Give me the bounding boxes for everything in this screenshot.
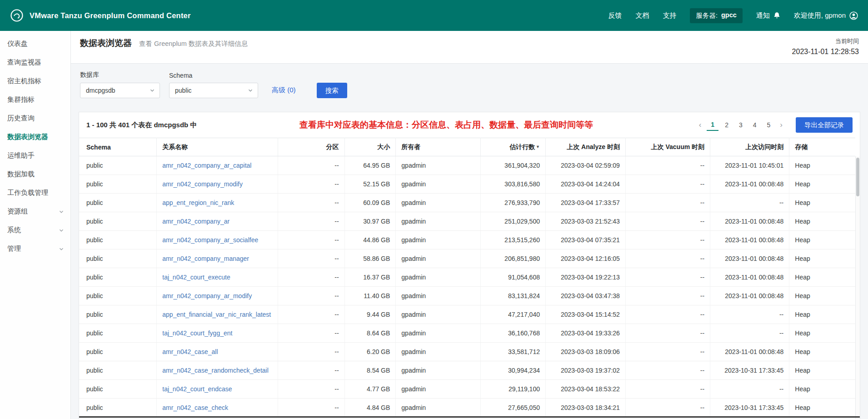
table-name-link[interactable]: amr_n042_case_randomcheck_detail (162, 367, 268, 374)
page-button-3[interactable]: 3 (735, 120, 747, 130)
sidebar-item[interactable]: 宿主机指标 (0, 72, 70, 90)
table-row: publictaj_n042_court_execute--16.37 GBgp… (79, 268, 855, 287)
page-button-2[interactable]: 2 (721, 120, 733, 130)
column-header[interactable]: 估计行数▼ (480, 138, 545, 156)
cell-last_vacuum: -- (625, 268, 710, 287)
cell-last_analyze: 2023-03-04 12:16:05 (545, 249, 625, 268)
cell-owner: gpadmin (396, 175, 480, 194)
sidebar-item[interactable]: 仪表盘 (0, 35, 70, 53)
sidebar-item[interactable]: 集群指标 (0, 90, 70, 109)
server-badge[interactable]: 服务器: gpcc (690, 8, 742, 23)
nav-feedback[interactable]: 反馈 (608, 11, 622, 20)
cell-partition: -- (278, 156, 344, 175)
database-select[interactable]: dmcpgsdb (80, 83, 160, 98)
table-name-link[interactable]: amr_n042_company_ar_modify (162, 292, 252, 299)
bell-icon (773, 12, 780, 19)
column-header[interactable]: 大小 (344, 138, 396, 156)
cell-est_rows: 47,217,040 (480, 305, 545, 324)
table-name-link[interactable]: amr_n042_company_modify (162, 180, 243, 188)
table-name-link[interactable]: amr_n042_case_check (162, 404, 228, 411)
cell-name: taj_n042_court_endcase (157, 380, 278, 399)
sidebar-item[interactable]: 系统 (0, 221, 70, 239)
cell-schema: public (79, 287, 157, 305)
column-header[interactable]: 所有者 (396, 138, 480, 156)
column-header[interactable]: 上次访问时刻 (710, 138, 789, 156)
sidebar-item[interactable]: 管理 (0, 239, 70, 258)
sidebar-item-label: 历史查询 (7, 114, 35, 123)
sidebar-item[interactable]: 运维助手 (0, 146, 70, 165)
page-title: 数据表浏览器 (80, 37, 132, 49)
cell-last_access: 2023-10-31 17:33:45 (710, 399, 789, 417)
column-header[interactable]: 存储 (789, 138, 855, 156)
cell-last_access: -- (710, 194, 789, 212)
table-name-link[interactable]: taj_n042_court_fygg_ent (162, 329, 232, 337)
nav-docs[interactable]: 文档 (635, 11, 649, 20)
notifications-button[interactable]: 通知 (756, 11, 780, 20)
cell-last_vacuum: -- (625, 324, 710, 343)
cell-last_analyze: 2023-03-03 18:34:21 (545, 399, 625, 417)
page-button-4[interactable]: 4 (749, 120, 761, 130)
sidebar-item[interactable]: 工作负载管理 (0, 184, 70, 202)
cell-size: 58.86 GB (344, 249, 396, 268)
table-name-link[interactable]: amr_n042_company_ar (162, 218, 229, 225)
schema-select[interactable]: public (169, 83, 258, 98)
table-row: publicamr_n042_case_randomcheck_detail--… (79, 361, 855, 380)
cell-storage: Heap (789, 380, 855, 399)
cell-owner: gpadmin (396, 343, 480, 361)
cell-last_vacuum: -- (625, 212, 710, 231)
cell-size: 64.95 GB (344, 156, 396, 175)
cell-last_analyze: 2023-03-04 07:35:21 (545, 231, 625, 249)
sidebar-item[interactable]: 数据加载 (0, 165, 70, 184)
sidebar-item-label: 数据表浏览器 (7, 133, 48, 141)
cell-partition: -- (278, 175, 344, 194)
prev-page-button[interactable]: ‹ (696, 119, 705, 131)
cell-partition: -- (278, 249, 344, 268)
table-name-link[interactable]: amr_n042_company_manager (162, 255, 249, 262)
cell-storage: Heap (789, 361, 855, 380)
cell-last_vacuum: -- (625, 156, 710, 175)
column-header[interactable]: 上次 Analyze 时刻 (545, 138, 625, 156)
cell-size: 4.77 GB (344, 380, 396, 399)
table-name-link[interactable]: amr_n042_case_all (162, 348, 218, 355)
table-name-link[interactable]: amr_n042_company_ar_socialfee (162, 236, 258, 244)
page-button-1[interactable]: 1 (707, 120, 718, 131)
scrollbar-thumb[interactable] (856, 158, 859, 196)
search-button[interactable]: 搜索 (317, 83, 347, 98)
cell-partition: -- (278, 380, 344, 399)
table-name-link[interactable]: amr_n042_company_ar_capital (162, 162, 251, 169)
column-header[interactable]: 分区 (278, 138, 344, 156)
cell-last_access: -- (710, 324, 789, 343)
sidebar-item[interactable]: 数据表浏览器 (0, 128, 70, 146)
cell-schema: public (79, 268, 157, 287)
table-name-link[interactable]: app_ent_financial_var_nic_rank_latest (162, 311, 271, 318)
cell-name: amr_n042_company_modify (157, 175, 278, 194)
column-header[interactable]: Schema (79, 138, 157, 156)
column-header[interactable]: 关系名称 (157, 138, 278, 156)
cell-owner: gpadmin (396, 194, 480, 212)
sidebar-item[interactable]: 历史查询 (0, 109, 70, 128)
column-header[interactable]: 上次 Vacuum 时刻 (625, 138, 710, 156)
annotation-text: 查看库中对应表的基本信息：分区信息、表占用、数据量、最后查询时间等等 (202, 119, 690, 131)
advanced-filter-link[interactable]: 高级 (0) (272, 86, 296, 95)
table-name-link[interactable]: app_ent_region_nic_rank (162, 199, 234, 206)
export-all-button[interactable]: 导出全部记录 (796, 117, 853, 133)
sidebar-item[interactable]: 查询监视器 (0, 53, 70, 72)
table-row: publicamr_n042_company_ar_modify--11.40 … (79, 287, 855, 305)
user-menu[interactable]: 欢迎使用, gpmon (794, 11, 858, 20)
nav-support[interactable]: 支持 (663, 11, 676, 20)
sidebar-item-label: 数据加载 (7, 170, 35, 179)
table-name-link[interactable]: taj_n042_court_execute (162, 274, 230, 281)
table-name-link[interactable]: taj_n042_court_endcase (162, 385, 232, 393)
table-row: publicamr_n042_company_modify--52.15 GBg… (79, 175, 855, 194)
next-page-button[interactable]: › (777, 119, 786, 131)
table-row: publicamr_n042_company_ar_capital--64.95… (79, 156, 855, 175)
cell-schema: public (79, 156, 157, 175)
top-header: VMware Tanzu Greenplum Command Center 反馈… (0, 0, 868, 31)
cell-est_rows: 303,816,580 (480, 175, 545, 194)
cell-est_rows: 83,131,824 (480, 287, 545, 305)
page-button-5[interactable]: 5 (763, 120, 775, 130)
cell-storage: Heap (789, 287, 855, 305)
sidebar-item[interactable]: 资源组 (0, 202, 70, 221)
user-icon (849, 11, 858, 20)
cell-est_rows: 251,029,500 (480, 212, 545, 231)
